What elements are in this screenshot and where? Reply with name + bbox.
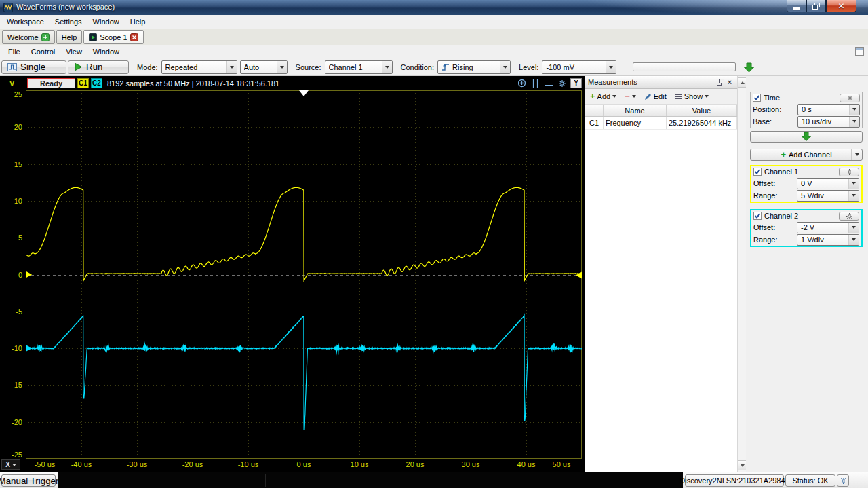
measurements-title: Measurements [588,78,715,86]
level-select[interactable]: -100 mV [542,60,616,74]
show-measurement-button[interactable]: Show [673,91,711,102]
channel1-offset-select[interactable]: 0 V [797,178,859,189]
y-tick-label: -10 [0,344,22,352]
close-panel-icon[interactable]: × [725,77,734,87]
plus-icon: + [590,93,595,100]
channel2-toggle-chip[interactable]: C2 [91,78,102,88]
acquisition-status: Ready [27,78,75,88]
measurements-toolbar: + Add − Edit Show [585,89,737,105]
menu-window[interactable]: Window [87,16,125,27]
check-icon [754,168,761,175]
trigger-mode-select[interactable]: Auto [240,60,288,74]
time-base-value: 10 us/div [802,117,845,126]
measurement-row[interactable]: C1 Frequency 25.219265044 kHz [585,117,737,130]
scope-status-bar: Ready C1 C2 8192 samples at 50 MHz | 201… [0,76,585,90]
plot-settings-gear-icon[interactable] [557,78,568,89]
x-cursors-icon[interactable] [530,78,540,89]
x-tick-label: -40 us [62,460,100,468]
close-button[interactable]: ✕ [826,0,856,12]
scope-menu-window[interactable]: Window [87,46,125,57]
remove-measurement-button[interactable]: − [623,92,638,101]
status-settings-button[interactable] [837,474,849,487]
scope-menu-view[interactable]: View [60,46,87,57]
channel1-toggle-chip[interactable]: C1 [77,78,89,88]
show-measurement-label: Show [684,92,703,100]
measurements-empty-area [585,130,737,472]
y-cursors-icon[interactable] [543,78,554,89]
channel2-settings-button[interactable] [839,212,859,221]
source-select[interactable]: Channel 1 [325,60,393,74]
zoom-plus-icon[interactable] [516,78,527,89]
time-base-select[interactable]: 10 us/div [797,116,860,128]
column-header-name[interactable]: Name [604,105,667,116]
channel2-offset-select[interactable]: -2 V [797,222,859,233]
add-measurement-label: Add [597,92,611,100]
channel1-range-select[interactable]: 5 V/div [797,190,859,202]
chevron-down-icon [848,191,859,201]
channel2-checkbox[interactable] [753,212,762,220]
condition-select[interactable]: Rising [437,60,511,74]
column-header-channel[interactable] [585,105,604,116]
chevron-down-icon [848,235,859,245]
scope-icon [89,33,97,41]
level-label: Level: [519,63,538,71]
restore-button[interactable] [806,0,826,12]
minimize-button[interactable] [787,0,806,12]
position-label: Position: [753,105,781,113]
run-icon [74,62,83,71]
menu-workspace[interactable]: Workspace [1,16,50,27]
connection-status[interactable]: Status: OK [785,474,835,487]
add-measurement-button[interactable]: + Add [588,91,618,102]
dock-panel-icon[interactable] [855,47,864,57]
source-label: Source: [296,63,321,71]
chevron-down-icon [632,95,636,98]
titlebar: WaveForms (new workspace) ✕ [0,0,868,15]
scope-toolbar: Single Run Mode: Repeated Auto Source: C… [0,58,868,76]
tab-help[interactable]: Help [56,30,83,44]
tab-close-icon[interactable] [130,33,138,41]
channel1-checkbox[interactable] [753,168,762,176]
scope-menu-control[interactable]: Control [26,46,60,57]
column-header-value[interactable]: Value [667,105,737,116]
channel1-range-label: Range: [753,191,777,200]
channel1-offset-label: Offset: [753,179,775,187]
scope-menu-file[interactable]: File [3,46,26,57]
oscilloscope-canvas[interactable] [26,90,582,459]
tab-welcome[interactable]: Welcome [2,30,55,44]
chevron-down-icon [848,179,859,189]
pencil-icon [644,93,652,100]
channel1-label: Channel 1 [764,168,798,176]
trigger-position-bar[interactable] [633,62,736,71]
manual-trigger-button[interactable]: Manual Trigger [1,474,56,487]
vertical-scrollbar[interactable] [737,76,746,472]
channel2-range-select[interactable]: 1 V/div [797,234,859,246]
menu-help[interactable]: Help [125,16,151,27]
x-axis-selector-label: X [5,461,10,468]
single-button[interactable]: Single [1,60,66,74]
time-checkbox[interactable] [753,94,761,102]
device-status[interactable]: Discovery2NI SN:210321A29849 [685,474,784,487]
time-position-select[interactable]: 0 s [797,104,860,115]
x-tick-label: -30 us [118,460,156,468]
tab-scope-1[interactable]: Scope 1 [83,30,143,44]
mode-select[interactable]: Repeated [161,60,237,74]
x-axis-selector[interactable]: X [1,459,20,470]
time-settings-button[interactable] [840,94,860,102]
level-value: -100 mV [546,63,601,71]
x-tick-label: 40 us [507,460,545,468]
undock-panel-icon[interactable] [715,77,725,87]
y-axis-button[interactable]: Y [570,78,582,88]
measurement-channel: C1 [585,117,604,129]
measurements-table-header: Name Value [585,105,737,117]
menu-settings[interactable]: Settings [50,16,87,27]
run-button[interactable]: Run [68,60,129,74]
x-tick-label: -20 us [174,460,212,468]
channel2-range-label: Range: [753,236,777,244]
gear-icon [846,212,853,220]
collapse-panel-button[interactable] [741,60,756,74]
edit-measurement-button[interactable]: Edit [642,91,669,102]
time-expand-button[interactable] [750,131,863,143]
y-tick-label: -25 [0,451,22,459]
add-channel-button[interactable]: + Add Channel [750,149,863,161]
channel1-settings-button[interactable] [839,168,859,176]
